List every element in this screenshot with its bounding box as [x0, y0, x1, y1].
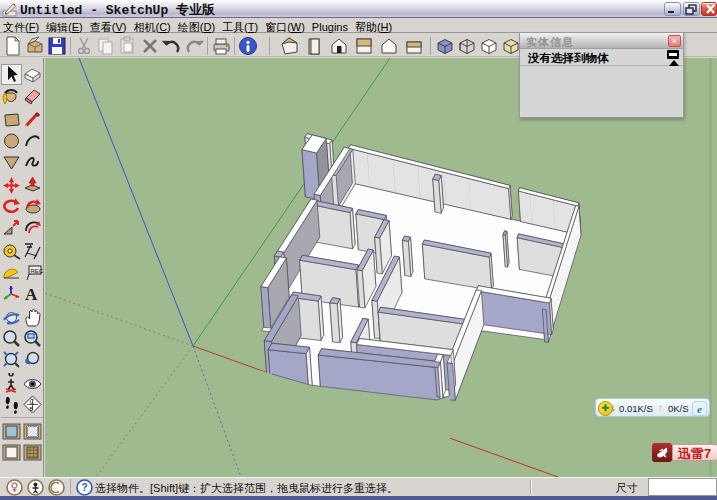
svg-text:?: ? [82, 482, 88, 493]
svg-text:C: C [30, 398, 35, 405]
svg-text:REC: REC [31, 268, 44, 274]
svg-text:A: A [25, 285, 38, 304]
svg-text:B: B [30, 406, 34, 412]
